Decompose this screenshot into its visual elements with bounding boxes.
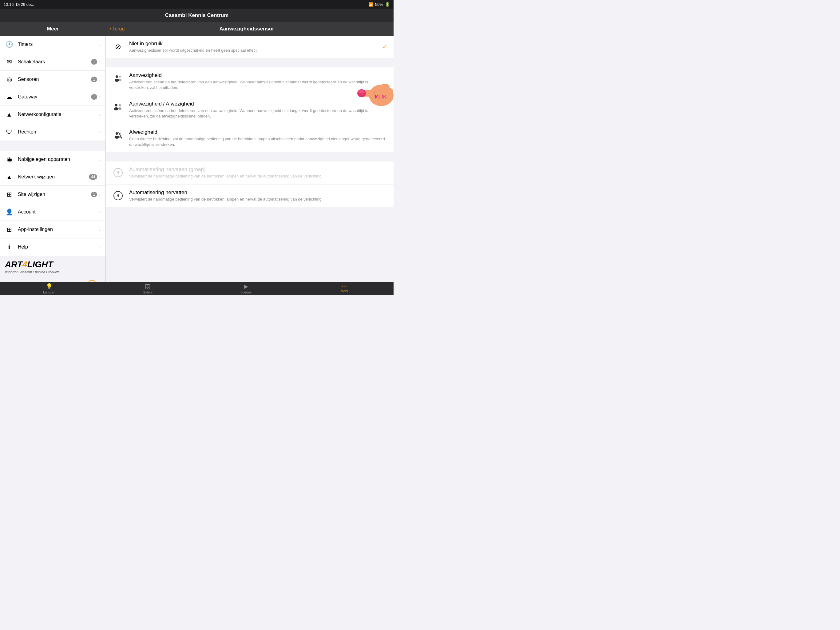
svg-point-7 bbox=[118, 108, 122, 110]
option-group-2: Aanwezigheid Activeert een scène na het … bbox=[106, 67, 393, 152]
sidebar-label-nabijgelegen: Nabijgelegen apparaten bbox=[18, 157, 99, 162]
settings-icon: ⊞ bbox=[5, 225, 14, 234]
no-use-icon: ⊘ bbox=[112, 41, 124, 53]
auto-icon: a bbox=[112, 190, 124, 202]
checkmark-niet-in-gebruik: ✓ bbox=[382, 43, 387, 51]
app-title: Casambi Kennis Centrum bbox=[165, 12, 229, 19]
sidebar-item-sensoren[interactable]: ◎ Sensoren 1 › bbox=[0, 71, 106, 88]
option-automatisering[interactable]: a Automatisering hervatten Verwijdert de… bbox=[106, 185, 393, 207]
chevron-right-icon: › bbox=[99, 42, 101, 47]
option-aanwezigheid[interactable]: Aanwezigheid Activeert een scène na het … bbox=[106, 67, 393, 96]
svg-text:a: a bbox=[117, 193, 120, 198]
sidebar-label-sensoren: Sensoren bbox=[18, 77, 91, 82]
option-content-niet-in-gebruik: Niet in gebruik Aanwezigheidssensor word… bbox=[129, 41, 379, 53]
status-bar: 13:16 Di 29 dec. 📶 50% 🔋 bbox=[0, 0, 393, 9]
svg-point-9 bbox=[115, 136, 119, 139]
option-content-automatisering-groep: Automatisering hervatten (groep) Verwijd… bbox=[129, 166, 387, 179]
sidebar-spacer bbox=[0, 141, 106, 151]
network-change-icon: ▲ bbox=[5, 173, 14, 181]
wifi-icon: 📶 bbox=[368, 2, 373, 7]
chevron-right-icon: › bbox=[99, 192, 101, 197]
back-button[interactable]: ‹ Terug bbox=[109, 26, 125, 32]
svg-point-2 bbox=[119, 76, 121, 78]
option-title-automatisering-groep: Automatisering hervatten (groep) bbox=[129, 166, 387, 173]
sensor-icon: ◎ bbox=[5, 75, 14, 84]
gateway-icon: ☁ bbox=[5, 93, 14, 101]
sidebar-item-account[interactable]: 👤 Account › bbox=[0, 203, 106, 221]
section-divider-1 bbox=[106, 59, 393, 67]
sidebar-item-rechten[interactable]: 🛡 Rechten › bbox=[0, 123, 106, 141]
sidebar-header: Meer bbox=[0, 26, 106, 32]
tab-scenes[interactable]: ▶ Scènes bbox=[197, 283, 295, 294]
sidebar-label-timers: Timers bbox=[18, 41, 99, 47]
chevron-right-icon: › bbox=[99, 130, 101, 135]
network-config-icon: ▲ bbox=[5, 110, 14, 119]
sidebar-item-app-instellingen[interactable]: ⊞ App-instellingen › bbox=[0, 221, 106, 238]
badge-netwerk: 44 bbox=[89, 174, 97, 180]
sidebar-label-netwerk-wijzigen: Netwerk wijzigen bbox=[18, 174, 89, 180]
logo-area: ART4LIGHT Importer Casambi Enabled Produ… bbox=[0, 256, 106, 277]
scenes-icon: ▶ bbox=[244, 283, 248, 290]
option-title-automatisering: Automatisering hervatten bbox=[129, 190, 387, 196]
option-aanwezigheid-afwezigheid[interactable]: Aanwezigheid / Afwezigheid Activeert een… bbox=[106, 96, 393, 124]
option-afwezigheid[interactable]: Afwezigheid Geen directe bediening; zal … bbox=[106, 124, 393, 152]
sidebar-item-netwerk-wijzigen[interactable]: ▲ Netwerk wijzigen 44 › bbox=[0, 168, 106, 186]
sidebar-label-schakelaars: Schakelaars bbox=[18, 59, 91, 65]
auto-group-icon: a bbox=[112, 166, 124, 179]
option-automatisering-groep[interactable]: a Automatisering hervatten (groep) Verwi… bbox=[106, 161, 393, 184]
svg-point-6 bbox=[119, 104, 121, 106]
info-icon: ℹ bbox=[5, 243, 14, 251]
chevron-right-icon: › bbox=[99, 59, 101, 64]
chevron-right-icon: › bbox=[99, 209, 101, 214]
badge-schakelaars: 1 bbox=[91, 59, 98, 65]
status-time: 13:16 Di 29 dec. bbox=[4, 2, 34, 7]
battery-icon: 🔋 bbox=[385, 2, 390, 7]
sidebar-item-schakelaars[interactable]: ✉ Schakelaars 1 › bbox=[0, 53, 106, 71]
sidebar-item-gateway[interactable]: ☁ Gateway 1 › bbox=[0, 88, 106, 106]
svg-point-1 bbox=[115, 79, 119, 82]
klik-label: KLIK bbox=[375, 94, 387, 99]
gallery-icon: 🖼 bbox=[145, 283, 150, 290]
option-title-aanwezigheid-afwezigheid: Aanwezigheid / Afwezigheid bbox=[129, 101, 387, 107]
svg-text:a: a bbox=[117, 170, 120, 175]
sidebar-item-timers[interactable]: 🕐 Timers › bbox=[0, 36, 106, 53]
tab-label-galerij: Galerij bbox=[143, 290, 153, 294]
tab-label-lampen: Lampen bbox=[43, 290, 55, 294]
title-bar: Casambi Kennis Centrum bbox=[0, 9, 393, 22]
status-right: 📶 50% 🔋 bbox=[368, 2, 390, 7]
main-layout: 🕐 Timers › ✉ Schakelaars 1 › ◎ Sensoren … bbox=[0, 36, 393, 282]
sidebar-item-site-wijzigen[interactable]: ⊞ Site wijzigen 1 › bbox=[0, 186, 106, 203]
sidebar-label-help: Help bbox=[18, 244, 99, 250]
option-group-1: ⊘ Niet in gebruik Aanwezigheidssensor wo… bbox=[106, 36, 393, 58]
clock-icon: 🕐 bbox=[5, 40, 14, 49]
chevron-right-icon: › bbox=[99, 95, 101, 99]
sidebar-item-nabijgelegen[interactable]: ◉ Nabijgelegen apparaten › bbox=[0, 151, 106, 168]
sidebar-label-rechten: Rechten bbox=[18, 129, 99, 135]
chevron-right-icon: › bbox=[99, 174, 101, 179]
account-icon: 👤 bbox=[5, 207, 14, 216]
option-niet-in-gebruik[interactable]: ⊘ Niet in gebruik Aanwezigheidssensor wo… bbox=[106, 36, 393, 58]
section-divider-3 bbox=[106, 207, 393, 226]
option-content-aanwezigheid: Aanwezigheid Activeert een scène na het … bbox=[129, 72, 387, 90]
sidebar: 🕐 Timers › ✉ Schakelaars 1 › ◎ Sensoren … bbox=[0, 36, 106, 282]
chevron-right-icon: › bbox=[99, 77, 101, 82]
logo-text: ART4LIGHT bbox=[5, 260, 53, 269]
chevron-right-icon: › bbox=[99, 112, 101, 117]
tab-lampen[interactable]: 💡 Lampen bbox=[0, 283, 98, 294]
tab-bar: 💡 Lampen 🖼 Galerij ▶ Scènes ••• Meer bbox=[0, 282, 393, 295]
option-desc-aanwezigheid: Activeert een scène na het detecteren va… bbox=[129, 79, 387, 90]
page-title: Aanwezigheidssensor bbox=[125, 26, 393, 32]
badge-site: 1 bbox=[91, 192, 98, 197]
sidebar-item-netwerkconfiguratie[interactable]: ▲ Netwerkconfiguratie › bbox=[0, 106, 106, 123]
tab-label-meer: Meer bbox=[340, 289, 348, 293]
option-desc-aanwezigheid-afwezigheid: Activeert een scène na het detecteren va… bbox=[129, 108, 387, 119]
content-pane: ⊘ Niet in gebruik Aanwezigheidssensor wo… bbox=[106, 36, 393, 282]
tab-meer[interactable]: ••• Meer bbox=[295, 284, 393, 293]
sidebar-item-help[interactable]: ℹ Help › bbox=[0, 238, 106, 256]
rechten-icon: 🛡 bbox=[5, 128, 14, 136]
more-icon: ••• bbox=[342, 284, 347, 288]
presence-absence-icon bbox=[112, 101, 124, 113]
tab-galerij[interactable]: 🖼 Galerij bbox=[98, 283, 197, 294]
chevron-left-icon: ‹ bbox=[109, 26, 111, 32]
chevron-right-icon: › bbox=[99, 245, 101, 250]
